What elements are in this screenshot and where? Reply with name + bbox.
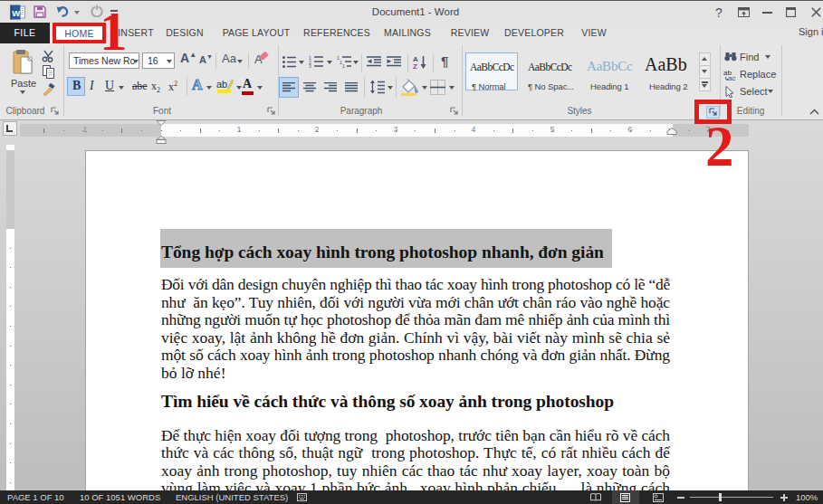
svg-text:1: 1 bbox=[342, 63, 345, 68]
svg-text:ab: ab bbox=[216, 79, 227, 90]
svg-text:ac: ac bbox=[728, 74, 735, 81]
svg-text:3: 3 bbox=[309, 63, 311, 68]
svg-text:Z: Z bbox=[413, 62, 417, 70]
